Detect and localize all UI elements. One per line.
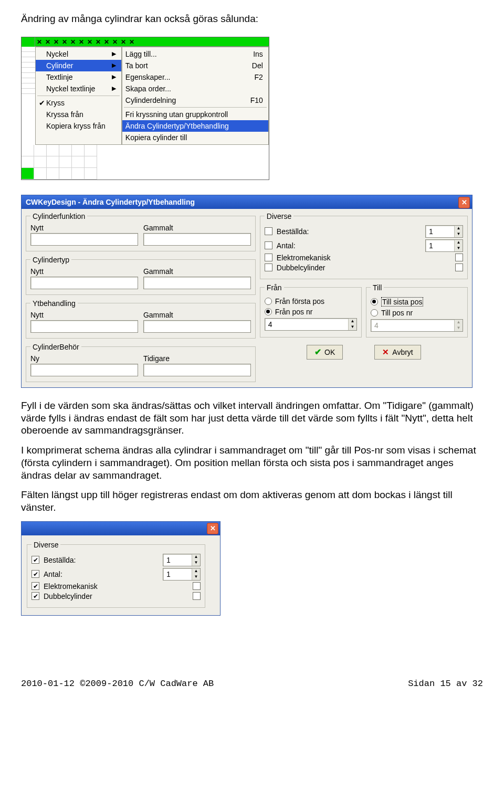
ok-button[interactable]: ✔OK (307, 345, 343, 360)
input-cylfunk-gammalt[interactable] (143, 233, 251, 246)
group-diverse-2: Diverse ✔ Beställda: 1▲▼ ✔ Antal: 1▲▼ ✔ … (27, 541, 205, 608)
paragraph-komprimerat: I komprimerat schema ändras alla cylindr… (21, 444, 483, 481)
input-cyltyp-gammalt[interactable] (143, 277, 251, 289)
ctx-item-kopiera-kryss-fran[interactable]: Kopiera kryss från (36, 120, 121, 132)
ctx-item-kopiera-cylinder-till[interactable]: Kopiera cylinder till (122, 132, 268, 143)
spin-antal-2[interactable]: 1▲▼ (163, 568, 201, 581)
group-cylinderbehor: CylinderBehör Ny Tidigare (26, 343, 256, 382)
radio-fran-posnr[interactable] (265, 308, 272, 315)
legend-cylinderfunktion: Cylinderfunktion (30, 212, 87, 220)
label-dubbel: Dubbelcylinder (277, 263, 451, 272)
input-cylfunk-nytt[interactable] (30, 233, 138, 246)
check-antal-2[interactable]: ✔ (32, 570, 39, 578)
check-dubbel-value-2[interactable] (193, 592, 201, 600)
check-bestallda[interactable] (265, 227, 272, 235)
legend-diverse-2: Diverse (32, 541, 60, 549)
check-elektro-enable-2[interactable]: ✔ (32, 582, 39, 590)
ctx-item-kryssa-fran[interactable]: Kryssa från (36, 109, 121, 120)
spin-antal[interactable]: 1▲▼ (425, 239, 463, 252)
close-icon[interactable]: ✕ (207, 523, 218, 534)
spin-bestallda[interactable]: 1▲▼ (425, 225, 463, 238)
check-dubbel-enable-2[interactable]: ✔ (32, 592, 39, 600)
label-gammalt: Gammalt (143, 224, 251, 232)
intro-heading: Ändring av många cylindrar kan också gör… (21, 13, 483, 25)
label-fran-posnr: Från pos nr (275, 308, 313, 316)
check-bestallda-2[interactable]: ✔ (32, 556, 39, 564)
dialog-title: CWKeyDesign - Ändra Cylindertyp/Ytbehand… (26, 198, 195, 206)
label-nytt-2: Nytt (30, 267, 138, 276)
radio-till-sista[interactable] (371, 298, 378, 305)
label-dubbel-2: Dubbelcylinder (44, 592, 188, 600)
label-antal: Antal: (277, 241, 421, 250)
label-bestallda-2: Beställda: (44, 556, 159, 564)
dialog2-title-bar: ✕ (22, 522, 220, 535)
footer-right: Sidan 15 av 32 (408, 679, 483, 689)
spin-bestallda-2[interactable]: 1▲▼ (163, 554, 201, 566)
check-elektro-value-2[interactable] (193, 582, 201, 590)
radio-fran-forsta[interactable] (265, 298, 272, 305)
radio-till-posnr[interactable] (371, 309, 378, 317)
spin-fran-posnr[interactable]: 4▲▼ (265, 318, 357, 331)
check-antal[interactable] (265, 241, 272, 249)
check-dubbel-enable[interactable] (265, 263, 272, 271)
spin-till-posnr[interactable]: 4▲▼ (371, 319, 463, 332)
check-elektro-enable[interactable] (265, 254, 272, 261)
group-cylindertyp: Cylindertyp Nytt Gammalt (26, 256, 256, 295)
ctx-item-lagg-till[interactable]: Lägg till...Ins (122, 48, 268, 60)
input-behor-tidigare[interactable] (143, 364, 251, 376)
legend-till: Till (371, 283, 384, 292)
legend-cylinderbehor: CylinderBehör (30, 343, 81, 351)
ctx-item-cylinderdelning[interactable]: CylinderdelningF10 (122, 94, 268, 106)
legend-cylindertyp: Cylindertyp (30, 256, 71, 264)
label-elektro: Elektromekanisk (277, 254, 451, 262)
ctx-item-egenskaper[interactable]: Egenskaper...F2 (122, 71, 268, 83)
check-dubbel-value[interactable] (455, 263, 463, 271)
footer-left: 2010-01-12 ©2009-2010 C/W CadWare AB (21, 679, 214, 689)
context-menu-screenshot: ✕✕✕ ✕✕✕ ✕✕✕ ✕✕✕ Nyckel▶ Cylinder▶ Textli… (21, 37, 269, 180)
legend-diverse: Diverse (265, 212, 293, 220)
label-tidigare: Tidigare (143, 354, 251, 363)
ctx-item-skapa-order[interactable]: Skapa order... (122, 83, 268, 94)
input-behor-ny[interactable] (30, 364, 138, 376)
legend-ytbehandling: Ytbehandling (30, 299, 78, 308)
input-yt-nytt[interactable] (30, 320, 138, 333)
label-gammalt-2: Gammalt (143, 267, 251, 276)
group-till: Till Till sista pos Till pos nr 4▲▼ (366, 283, 468, 338)
cancel-button[interactable]: ✕Avbryt (374, 345, 421, 360)
ctx-item-nyckel-textlinje[interactable]: Nyckel textlinje▶ (36, 83, 121, 94)
label-till-posnr: Till pos nr (381, 309, 413, 317)
ctx-item-fri-kryssning[interactable]: Fri kryssning utan gruppkontroll (122, 109, 268, 120)
label-bestallda: Beställda: (277, 227, 421, 236)
page-footer: 2010-01-12 ©2009-2010 C/W CadWare AB Sid… (21, 679, 483, 689)
label-nytt: Nytt (30, 224, 138, 232)
ctx-item-ta-bort[interactable]: Ta bortDel (122, 60, 268, 71)
ctx-item-kryss[interactable]: ✔Kryss (36, 97, 121, 109)
group-diverse: Diverse Beställda: 1▲▼ Antal: 1▲▼ Elektr… (260, 212, 468, 279)
group-fran: Från Från första pos Från pos nr 4▲▼ (260, 283, 362, 338)
dialog-diverse-small: ✕ Diverse ✔ Beställda: 1▲▼ ✔ Antal: 1▲▼ … (21, 521, 220, 616)
dialog-andra-cylindertyp: CWKeyDesign - Ändra Cylindertyp/Ytbehand… (21, 195, 472, 388)
ctx-item-textlinje[interactable]: Textlinje▶ (36, 71, 121, 83)
legend-fran: Från (265, 283, 284, 292)
context-menu-col1: Nyckel▶ Cylinder▶ Textlinje▶ Nyckel text… (35, 47, 122, 145)
label-gammalt-3: Gammalt (143, 311, 251, 319)
label-elektro-2: Elektromekanisk (44, 582, 188, 590)
paragraph-falten: Fälten längst upp till höger registreras… (21, 489, 483, 514)
input-yt-gammalt[interactable] (143, 320, 251, 333)
paragraph-fill: Fyll i de värden som ska ändras/sättas o… (21, 399, 483, 437)
check-icon: ✔ (314, 347, 321, 357)
check-elektro-value[interactable] (455, 254, 463, 261)
context-menu-col2: Lägg till...Ins Ta bortDel Egenskaper...… (122, 47, 269, 145)
label-fran-forsta: Från första pos (275, 297, 324, 305)
close-icon: ✕ (382, 347, 389, 357)
ctx-item-andra-cylindertyp[interactable]: Ändra Cylindertyp/Ytbehandling (122, 120, 268, 132)
ctx-item-nyckel[interactable]: Nyckel▶ (36, 48, 121, 60)
label-ny: Ny (30, 354, 138, 363)
label-till-sista: Till sista pos (381, 297, 424, 307)
label-nytt-3: Nytt (30, 311, 138, 319)
group-cylinderfunktion: Cylinderfunktion Nytt Gammalt (26, 212, 256, 251)
dialog-title-bar: CWKeyDesign - Ändra Cylindertyp/Ytbehand… (22, 195, 472, 209)
input-cyltyp-nytt[interactable] (30, 277, 138, 289)
close-icon[interactable]: ✕ (458, 197, 470, 208)
ctx-item-cylinder[interactable]: Cylinder▶ (36, 60, 121, 71)
